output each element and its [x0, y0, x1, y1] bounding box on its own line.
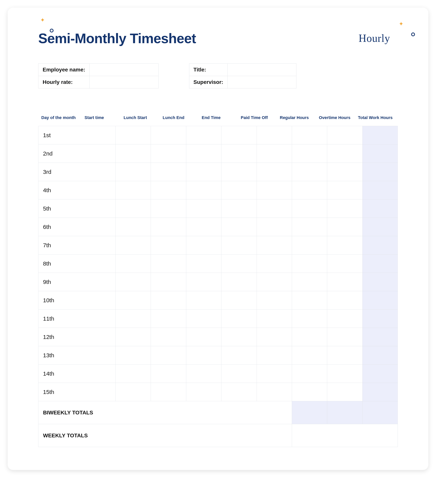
overtime-hours-cell[interactable]: [327, 199, 362, 218]
start-time-cell[interactable]: [116, 163, 151, 181]
overtime-hours-cell[interactable]: [327, 328, 362, 346]
lunch-end-cell[interactable]: [186, 328, 221, 346]
start-time-cell[interactable]: [116, 254, 151, 273]
start-time-cell[interactable]: [116, 181, 151, 199]
total-hours-cell[interactable]: [362, 346, 398, 365]
lunch-end-cell[interactable]: [186, 309, 221, 328]
start-time-cell[interactable]: [116, 236, 151, 254]
lunch-end-cell[interactable]: [186, 163, 221, 181]
lunch-start-cell[interactable]: [151, 181, 186, 199]
lunch-start-cell[interactable]: [151, 346, 186, 365]
pto-cell[interactable]: [257, 236, 292, 254]
overtime-hours-cell[interactable]: [327, 144, 362, 163]
lunch-end-cell[interactable]: [186, 218, 221, 236]
pto-cell[interactable]: [257, 181, 292, 199]
start-time-cell[interactable]: [116, 383, 151, 401]
end-time-cell[interactable]: [222, 309, 257, 328]
lunch-end-cell[interactable]: [186, 365, 221, 383]
regular-hours-cell[interactable]: [292, 346, 327, 365]
end-time-cell[interactable]: [222, 291, 257, 309]
overtime-hours-cell[interactable]: [327, 346, 362, 365]
end-time-cell[interactable]: [222, 346, 257, 365]
title-field[interactable]: [228, 64, 297, 76]
end-time-cell[interactable]: [222, 218, 257, 236]
pto-cell[interactable]: [257, 163, 292, 181]
lunch-end-cell[interactable]: [186, 273, 221, 291]
regular-hours-cell[interactable]: [292, 144, 327, 163]
lunch-start-cell[interactable]: [151, 291, 186, 309]
lunch-end-cell[interactable]: [186, 236, 221, 254]
pto-cell[interactable]: [257, 383, 292, 401]
end-time-cell[interactable]: [222, 181, 257, 199]
overtime-hours-cell[interactable]: [327, 181, 362, 199]
pto-cell[interactable]: [257, 328, 292, 346]
total-hours-cell[interactable]: [362, 328, 398, 346]
pto-cell[interactable]: [257, 365, 292, 383]
total-hours-cell[interactable]: [362, 181, 398, 199]
lunch-start-cell[interactable]: [151, 218, 186, 236]
pto-cell[interactable]: [257, 273, 292, 291]
total-hours-cell[interactable]: [362, 163, 398, 181]
start-time-cell[interactable]: [116, 218, 151, 236]
lunch-start-cell[interactable]: [151, 309, 186, 328]
regular-hours-cell[interactable]: [292, 218, 327, 236]
total-hours-cell[interactable]: [362, 144, 398, 163]
regular-hours-cell[interactable]: [292, 309, 327, 328]
end-time-cell[interactable]: [222, 144, 257, 163]
end-time-cell[interactable]: [222, 199, 257, 218]
total-hours-cell[interactable]: [362, 365, 398, 383]
total-hours-cell[interactable]: [362, 254, 398, 273]
overtime-hours-cell[interactable]: [327, 291, 362, 309]
pto-cell[interactable]: [257, 126, 292, 144]
lunch-start-cell[interactable]: [151, 144, 186, 163]
pto-cell[interactable]: [257, 218, 292, 236]
total-hours-cell[interactable]: [362, 309, 398, 328]
regular-hours-cell[interactable]: [292, 126, 327, 144]
supervisor-field[interactable]: [228, 76, 297, 89]
total-hours-cell[interactable]: [362, 383, 398, 401]
regular-hours-cell[interactable]: [292, 236, 327, 254]
employee-name-field[interactable]: [90, 64, 158, 76]
start-time-cell[interactable]: [116, 291, 151, 309]
lunch-end-cell[interactable]: [186, 254, 221, 273]
overtime-hours-cell[interactable]: [327, 254, 362, 273]
start-time-cell[interactable]: [116, 199, 151, 218]
lunch-end-cell[interactable]: [186, 181, 221, 199]
lunch-start-cell[interactable]: [151, 383, 186, 401]
pto-cell[interactable]: [257, 346, 292, 365]
overtime-hours-cell[interactable]: [327, 383, 362, 401]
regular-hours-cell[interactable]: [292, 291, 327, 309]
biweekly-overtime-total[interactable]: [327, 401, 362, 424]
lunch-start-cell[interactable]: [151, 365, 186, 383]
regular-hours-cell[interactable]: [292, 273, 327, 291]
total-hours-cell[interactable]: [362, 273, 398, 291]
total-hours-cell[interactable]: [362, 291, 398, 309]
start-time-cell[interactable]: [116, 126, 151, 144]
regular-hours-cell[interactable]: [292, 181, 327, 199]
lunch-start-cell[interactable]: [151, 254, 186, 273]
end-time-cell[interactable]: [222, 126, 257, 144]
start-time-cell[interactable]: [116, 328, 151, 346]
end-time-cell[interactable]: [222, 273, 257, 291]
lunch-end-cell[interactable]: [186, 346, 221, 365]
lunch-end-cell[interactable]: [186, 199, 221, 218]
lunch-start-cell[interactable]: [151, 328, 186, 346]
lunch-start-cell[interactable]: [151, 236, 186, 254]
overtime-hours-cell[interactable]: [327, 309, 362, 328]
pto-cell[interactable]: [257, 144, 292, 163]
total-hours-cell[interactable]: [362, 199, 398, 218]
regular-hours-cell[interactable]: [292, 383, 327, 401]
lunch-start-cell[interactable]: [151, 126, 186, 144]
lunch-start-cell[interactable]: [151, 163, 186, 181]
start-time-cell[interactable]: [116, 144, 151, 163]
overtime-hours-cell[interactable]: [327, 126, 362, 144]
total-hours-cell[interactable]: [362, 236, 398, 254]
lunch-end-cell[interactable]: [186, 383, 221, 401]
lunch-end-cell[interactable]: [186, 144, 221, 163]
total-hours-cell[interactable]: [362, 126, 398, 144]
regular-hours-cell[interactable]: [292, 163, 327, 181]
end-time-cell[interactable]: [222, 365, 257, 383]
weekly-totals-cell[interactable]: [292, 424, 398, 447]
end-time-cell[interactable]: [222, 328, 257, 346]
overtime-hours-cell[interactable]: [327, 218, 362, 236]
